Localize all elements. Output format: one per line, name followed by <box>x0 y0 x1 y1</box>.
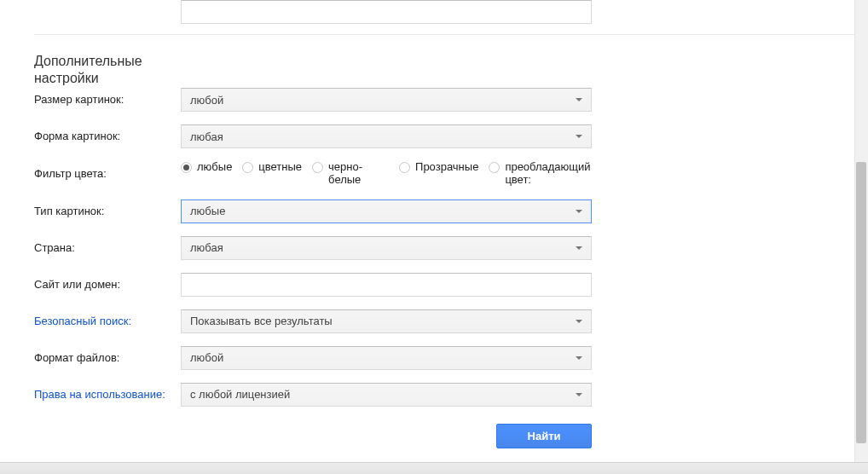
label-color-filter: Фильтр цвета: <box>34 167 181 181</box>
radio-icon <box>312 162 323 173</box>
chevron-down-icon <box>576 356 582 360</box>
radio-color-bw[interactable]: черно-белые <box>312 161 389 187</box>
advanced-search-page: Дополнительные настройки Размер картинок… <box>0 0 854 474</box>
bottom-scrollbar-track <box>0 462 868 474</box>
select-image-shape-value: любая <box>190 130 223 143</box>
previous-field-input[interactable] <box>181 0 592 24</box>
select-safesearch[interactable]: Показывать все результаты <box>181 309 592 333</box>
radio-color-any[interactable]: любые <box>181 161 232 174</box>
radio-icon <box>181 162 192 173</box>
row-image-type: Тип картинок: любые <box>34 199 854 223</box>
radio-color-color[interactable]: цветные <box>242 161 302 174</box>
label-country: Страна: <box>34 241 181 255</box>
scrollbar-thumb[interactable] <box>856 162 866 443</box>
chevron-down-icon <box>576 98 582 101</box>
select-image-type[interactable]: любые <box>181 199 592 223</box>
radio-color-any-label: любые <box>197 161 232 174</box>
label-rights[interactable]: Права на использование: <box>34 388 181 402</box>
section-title-line2: настройки <box>34 71 99 85</box>
select-safesearch-value: Показывать все результаты <box>190 315 333 327</box>
row-filetype: Формат файлов: любой <box>34 346 854 370</box>
select-image-shape[interactable]: любая <box>181 124 592 148</box>
chevron-down-icon <box>576 320 582 323</box>
radio-color-dominant[interactable]: преобладающий цвет: <box>489 161 599 187</box>
section-divider <box>34 34 854 35</box>
select-filetype[interactable]: любой <box>181 346 592 370</box>
chevron-down-icon <box>576 135 582 138</box>
radio-color-dominant-label: преобладающий цвет: <box>505 161 599 187</box>
row-site: Сайт или домен: <box>34 273 854 297</box>
row-image-shape: Форма картинок: любая <box>34 124 854 148</box>
radio-icon <box>399 162 410 173</box>
label-image-size: Размер картинок: <box>34 93 181 107</box>
label-image-type: Тип картинок: <box>34 205 181 218</box>
radio-icon <box>489 162 500 173</box>
select-rights-value: с любой лицензией <box>190 388 290 401</box>
select-image-size-value: любой <box>190 94 223 107</box>
section-title-line1: Дополнительные <box>34 54 142 68</box>
chevron-down-icon <box>576 210 582 213</box>
chevron-down-icon <box>576 393 582 396</box>
select-rights[interactable]: с любой лицензией <box>181 383 592 407</box>
row-color-filter: Фильтр цвета: любые цветные черно-белые <box>34 161 854 187</box>
label-filetype: Формат файлов: <box>34 351 181 365</box>
radio-color-transparent[interactable]: Прозрачные <box>399 161 478 174</box>
radio-color-bw-label: черно-белые <box>328 161 389 187</box>
select-country-value: любая <box>190 241 223 254</box>
select-country[interactable]: любая <box>181 236 592 260</box>
input-site[interactable] <box>181 273 592 297</box>
section-title: Дополнительные настройки <box>34 53 171 87</box>
submit-row: Найти <box>34 424 854 448</box>
row-rights: Права на использование: с любой лицензие… <box>34 383 854 407</box>
row-country: Страна: любая <box>34 236 854 260</box>
right-gutter <box>854 0 868 474</box>
submit-button[interactable]: Найти <box>496 424 592 448</box>
select-image-size[interactable]: любой <box>181 88 592 112</box>
radio-color-color-label: цветные <box>258 161 302 174</box>
row-image-size: Размер картинок: любой <box>34 88 854 112</box>
radio-color-transparent-label: Прозрачные <box>415 161 478 174</box>
select-image-type-value: любые <box>190 205 225 217</box>
previous-input-row <box>181 0 592 24</box>
label-site: Сайт или домен: <box>34 278 181 292</box>
label-image-shape: Форма картинок: <box>34 130 181 143</box>
row-safesearch: Безопасный поиск: Показывать все результ… <box>34 309 854 333</box>
label-safesearch[interactable]: Безопасный поиск: <box>34 315 181 328</box>
radios-color-filter: любые цветные черно-белые Прозрачные <box>181 161 599 187</box>
chevron-down-icon <box>576 246 582 250</box>
radio-icon <box>242 162 253 173</box>
form-rows: Размер картинок: любой Форма картинок: л… <box>34 88 854 448</box>
select-filetype-value: любой <box>190 351 223 364</box>
